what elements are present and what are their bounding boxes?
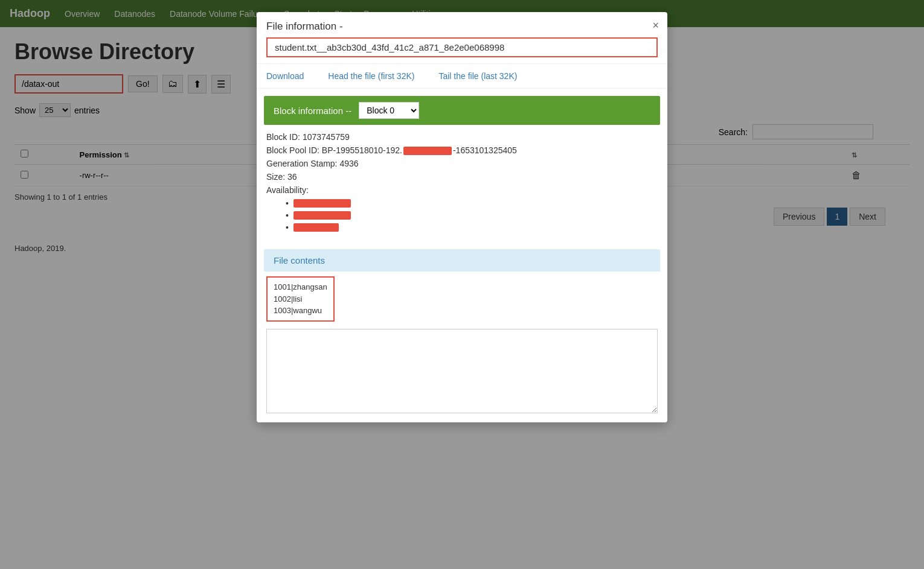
availability-redacted-2 — [294, 211, 351, 220]
availability-list — [286, 199, 658, 232]
file-contents-body: 1001|zhangsan 1002|lisi 1003|wangwu — [257, 272, 667, 422]
availability-item-1 — [286, 199, 658, 208]
size-value: 36 — [287, 172, 297, 182]
file-line-1: 1001|zhangsan — [274, 281, 327, 293]
block-pool-row: Block Pool ID: BP-1995518010-192.-165310… — [266, 145, 658, 155]
modal-header: File information - student.txt__ab3cb30d… — [257, 12, 667, 64]
size-label: Size: — [266, 172, 285, 182]
modal-overlay[interactable]: File information - student.txt__ab3cb30d… — [0, 0, 924, 569]
modal-links-row: Download Head the file (first 32K) Tail … — [257, 64, 667, 89]
modal-filename: student.txt__ab3cb30d_43fd_41c2_a871_8e2… — [266, 37, 658, 57]
block-id-label: Block ID: — [266, 132, 300, 142]
modal-close-button[interactable]: × — [652, 19, 659, 32]
modal-title: File information - — [266, 21, 658, 33]
block-pool-label: Block Pool ID: — [266, 145, 319, 155]
download-link[interactable]: Download — [266, 71, 304, 81]
file-contents-boxed: 1001|zhangsan 1002|lisi 1003|wangwu — [266, 276, 335, 322]
file-boxed-text: 1001|zhangsan 1002|lisi 1003|wangwu — [268, 278, 333, 320]
block-pool-prefix: BP-1995518010-192. — [322, 145, 402, 155]
block-details: Block ID: 1073745759 Block Pool ID: BP-1… — [257, 132, 667, 242]
file-contents-header: File contents — [264, 249, 660, 272]
csdn-watermark: CSDN @7.6 — [882, 557, 919, 564]
block-info-label: Block information -- — [274, 106, 351, 116]
block-pool-suffix: -1653101325405 — [453, 145, 517, 155]
generation-label: Generation Stamp: — [266, 159, 338, 168]
size-row: Size: 36 — [266, 172, 658, 182]
file-contents-label: File contents — [274, 255, 325, 265]
block-pool-redacted — [403, 147, 452, 155]
file-line-3: 1003|wangwu — [274, 305, 327, 317]
availability-redacted-3 — [294, 223, 339, 232]
availability-item-2 — [286, 211, 658, 220]
head-file-link[interactable]: Head the file (first 32K) — [328, 71, 414, 81]
file-line-2: 1002|lisi — [274, 293, 327, 305]
availability-label: Availability: — [266, 185, 309, 195]
block-select[interactable]: Block 0 — [359, 102, 419, 119]
tail-file-link[interactable]: Tail the file (last 32K) — [438, 71, 517, 81]
availability-redacted-1 — [294, 199, 351, 208]
block-id-row: Block ID: 1073745759 — [266, 132, 658, 142]
availability-item-3 — [286, 223, 658, 232]
block-info-header: Block information -- Block 0 — [264, 96, 660, 125]
file-contents-textarea[interactable] — [266, 329, 658, 413]
generation-stamp-row: Generation Stamp: 4936 — [266, 159, 658, 168]
block-id-value: 1073745759 — [303, 132, 350, 142]
modal-dialog: File information - student.txt__ab3cb30d… — [257, 12, 667, 422]
generation-value: 4936 — [339, 159, 358, 168]
availability-row: Availability: — [266, 185, 658, 195]
